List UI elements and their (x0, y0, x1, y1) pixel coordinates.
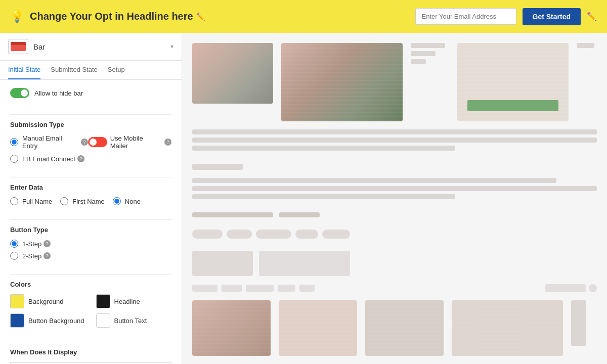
fb-email-label: FB Email Connect ? (22, 155, 84, 163)
1step-radio-row: 1-Step ? (10, 240, 171, 248)
allow-hide-toggle[interactable] (10, 88, 29, 98)
button-bg-color-label: Button Background (28, 317, 84, 325)
text-line (279, 212, 320, 217)
when-display-select[interactable]: Immediately After 5 seconds After 10 sec… (10, 362, 171, 364)
preview-images-row-1 (192, 43, 597, 121)
optin-bar: 💡 Change Your Opt in Headline here ✏️ Ge… (0, 0, 607, 33)
tabs: Initial State Submitted State Setup (0, 61, 182, 80)
button-type-title: Button Type (10, 226, 171, 234)
text-line (192, 129, 597, 134)
mobile-help-icon[interactable]: ? (164, 139, 171, 146)
manual-email-label: Manual Email Entry ? (22, 134, 88, 150)
when-display-section: When Does It Display Immediately After 5… (0, 348, 182, 364)
text-lines-2 (192, 129, 597, 151)
colors-title: Colors (10, 281, 171, 288)
bar-edit-icon[interactable]: ✏️ (587, 12, 597, 21)
text-line (411, 51, 436, 56)
button-bg-color-item[interactable]: Button Background (10, 313, 86, 328)
tag-5 (322, 230, 350, 239)
left-panel: Bar ▾ Initial State Submitted State Setu… (0, 33, 182, 364)
text-line (192, 146, 455, 151)
button-type-radios: 1-Step ? 2-Step ? (10, 240, 171, 260)
submission-type-title: Submission Type (10, 121, 171, 128)
1step-radio[interactable] (10, 240, 18, 248)
allow-hide-label: Allow to hide bar (34, 89, 83, 97)
button-text-color-item[interactable]: Button Text (96, 313, 172, 328)
blurred-content-2 (281, 43, 403, 121)
fullname-radio-row: Full Name (10, 197, 52, 205)
meta-pill-4 (278, 285, 295, 292)
divider-1 (10, 114, 171, 115)
none-radio[interactable] (113, 197, 121, 205)
tab-submitted-state[interactable]: Submitted State (51, 61, 98, 79)
meta-pill-1 (192, 285, 218, 292)
text-lines-1 (411, 43, 449, 64)
text-line (411, 43, 445, 48)
headline-edit-icon[interactable]: ✏️ (196, 13, 205, 21)
enter-data-title: Enter Data (10, 184, 171, 191)
preview-images-row-2 (192, 300, 597, 356)
preview-image-2 (281, 43, 403, 121)
firstname-radio-row: First Name (60, 197, 105, 205)
link-row (192, 212, 597, 217)
button-text-color-swatch[interactable] (96, 313, 110, 328)
preview-image-6 (365, 300, 444, 356)
meta-pill-right-2 (589, 284, 597, 292)
headline-color-swatch[interactable] (96, 294, 110, 308)
fb-email-radio[interactable] (10, 155, 18, 163)
divider-4 (10, 274, 171, 275)
enter-data-radios: Full Name First Name None (10, 197, 171, 205)
tab-setup[interactable]: Setup (108, 61, 125, 79)
background-color-label: Background (28, 298, 63, 305)
when-display-dropdown-wrapper: Immediately After 5 seconds After 10 sec… (10, 362, 171, 364)
2step-help-icon[interactable]: ? (44, 252, 51, 259)
fullname-radio[interactable] (10, 197, 18, 205)
divider-3 (10, 219, 171, 220)
get-started-button[interactable]: Get Started (523, 8, 581, 25)
firstname-radio[interactable] (60, 197, 68, 205)
meta-right (545, 284, 597, 292)
meta-left (192, 285, 315, 292)
button-text-color-label: Button Text (114, 317, 147, 325)
email-input[interactable] (415, 8, 516, 25)
preview-image-7 (452, 300, 563, 356)
fullname-label: Full Name (22, 198, 52, 205)
2step-radio[interactable] (10, 252, 18, 260)
button-bg-color-swatch[interactable] (10, 313, 24, 328)
headline-color-item[interactable]: Headline (96, 294, 172, 308)
tag-2 (227, 230, 252, 239)
colors-section: Colors Background Headline Button Backgr… (0, 281, 182, 336)
green-bar (467, 100, 558, 111)
tag-3 (256, 230, 291, 239)
bar-type-label: Bar (33, 42, 165, 51)
big-title-block-1 (192, 251, 253, 276)
manual-email-radio[interactable] (10, 138, 18, 146)
mobile-mailer-toggle[interactable] (88, 137, 107, 147)
tab-initial-state[interactable]: Initial State (8, 61, 40, 79)
big-title-area (192, 251, 597, 276)
blurred-content-4 (192, 300, 271, 356)
manual-help-icon[interactable]: ? (81, 139, 88, 146)
meta-pill-3 (246, 285, 274, 292)
2step-label: 2-Step ? (22, 252, 51, 260)
meta-pill-2 (222, 285, 242, 292)
colors-grid: Background Headline Button Background Bu… (10, 294, 171, 328)
text-line (192, 138, 597, 143)
2step-radio-row: 2-Step ? (10, 252, 171, 260)
tag-4 (295, 230, 318, 239)
bar-icon-inner (11, 42, 26, 51)
bar-type-selector[interactable]: Bar ▾ (0, 33, 182, 61)
mobile-mailer-label: Use Mobile Mailer ? (110, 134, 171, 150)
1step-help-icon[interactable]: ? (44, 240, 51, 247)
background-color-item[interactable]: Background (10, 294, 86, 308)
text-line (192, 186, 597, 191)
background-color-swatch[interactable] (10, 294, 24, 308)
none-label: None (125, 198, 141, 205)
big-title-block-2 (259, 251, 350, 276)
preview-image-1 (192, 43, 273, 104)
button-type-section: Button Type 1-Step ? 2-Step ? (0, 226, 182, 268)
mobile-mailer-row: Use Mobile Mailer ? (88, 134, 171, 150)
fb-help-icon[interactable]: ? (77, 155, 84, 162)
text-line (192, 178, 556, 183)
side-text (577, 43, 597, 48)
